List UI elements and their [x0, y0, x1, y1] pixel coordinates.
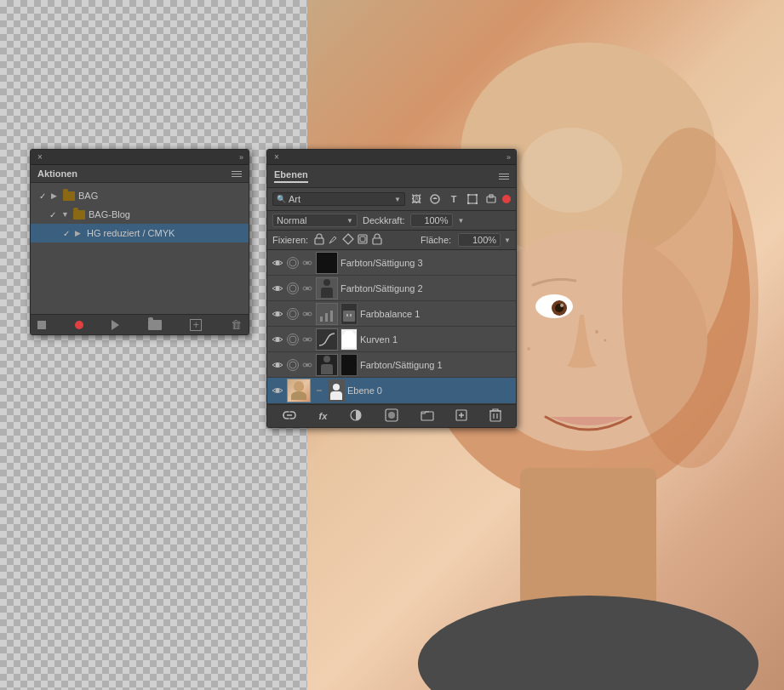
fix-position-btn[interactable] [342, 233, 354, 247]
eb-bottom-delete-btn[interactable] [489, 408, 501, 424]
eb-bottom-new-layer-btn[interactable] [455, 409, 467, 423]
fix-brush-btn[interactable] [328, 233, 340, 247]
aktionen-item-hg[interactable]: ✓ ▶ HG reduziert / CMYK [31, 224, 249, 242]
svg-point-15 [622, 128, 758, 468]
svg-point-51 [276, 362, 280, 367]
ebenen-search-box[interactable]: 🔍 Art ▼ [272, 192, 405, 206]
eye-farbton1[interactable] [271, 358, 284, 372]
fix-transparent-btn[interactable] [313, 233, 325, 247]
eb-layer-farbton3[interactable]: Farbton/Sättigung 3 [267, 250, 516, 276]
svg-point-34 [289, 285, 296, 292]
eb-layer-farbbalance[interactable]: Farbbalance 1 [267, 301, 516, 327]
link-farbbalance[interactable] [301, 308, 313, 320]
thumb-ebene0 [287, 379, 311, 402]
svg-rect-17 [468, 195, 477, 203]
aktionen-item-bagblog[interactable]: ✓ ▼ BAG-Blog [31, 205, 249, 224]
link-kurven[interactable] [301, 334, 313, 345]
eb-bottom-mask-btn[interactable] [385, 408, 398, 424]
ebenen-menu[interactable] [499, 174, 509, 180]
eye-farbton2[interactable] [271, 282, 284, 295]
aktionen-stop-btn[interactable] [37, 321, 46, 329]
eb-bottom-adjustment-btn[interactable] [349, 408, 363, 424]
link-farbton2[interactable] [301, 282, 313, 294]
eye-farbbalance[interactable] [271, 307, 284, 321]
eb-icon-text[interactable]: T [446, 191, 461, 207]
aktionen-collapse-btn[interactable]: » [239, 153, 243, 162]
deckkraft-input[interactable]: 100% [410, 214, 453, 227]
svg-rect-46 [350, 314, 352, 316]
eb-layer-ebene0[interactable]: Ebene 0 [267, 378, 516, 404]
aktionen-title: Aktionen [37, 168, 77, 179]
blend-mode-select[interactable]: Normal ▼ [272, 214, 358, 227]
aktionen-menu[interactable] [232, 171, 242, 177]
ebene0-name: Ebene 0 [347, 385, 512, 396]
eb-bottom-group-btn[interactable] [421, 409, 434, 423]
eb-layer-kurven[interactable]: Kurven 1 [267, 327, 516, 352]
aktionen-close-btn[interactable]: × [36, 152, 44, 162]
aktionen-add-btn[interactable]: + [190, 319, 202, 331]
aktionen-delete-btn[interactable]: 🗑 [231, 318, 242, 331]
aktionen-record-btn[interactable] [75, 321, 83, 329]
svg-point-48 [289, 336, 296, 343]
thumb-farbton3 [316, 252, 338, 274]
ebenen-close-btn[interactable]: × [272, 152, 281, 162]
svg-point-11 [595, 330, 598, 334]
svg-rect-41 [320, 316, 323, 322]
thumb-farbton1 [316, 354, 338, 376]
svg-point-59 [388, 412, 395, 419]
svg-rect-24 [315, 238, 323, 244]
eb-bottom-link-btn[interactable] [282, 409, 297, 423]
eye-ebene0[interactable] [271, 384, 284, 397]
eb-bottom-fx-btn[interactable]: fx [319, 411, 328, 421]
circle-farbton2[interactable] [287, 282, 299, 294]
aktionen-item-bag[interactable]: ✓ ▶ BAG [31, 186, 249, 205]
ebenen-collapse-btn[interactable]: » [506, 153, 511, 162]
eye-farbton3[interactable] [271, 256, 284, 270]
aktionen-folder-btn[interactable] [148, 320, 162, 330]
eb-icon-circle[interactable] [427, 191, 443, 207]
folder-bag [63, 191, 75, 201]
check-bagblog: ✓ [48, 210, 58, 220]
svg-point-18 [467, 194, 470, 197]
svg-rect-27 [360, 237, 365, 242]
deckkraft-label: Deckkraft: [363, 215, 405, 225]
eb-icon-image[interactable]: 🖼 [409, 191, 424, 207]
svg-point-38 [289, 311, 296, 317]
eb-layer-farbton2[interactable]: Farbton/Sättigung 2 [267, 276, 516, 301]
arrow-bagblog: ▼ [61, 210, 70, 219]
svg-rect-28 [373, 238, 381, 244]
kurven-name: Kurven 1 [360, 334, 512, 345]
fix-icons-group [313, 233, 417, 247]
link-farbton3[interactable] [301, 257, 313, 269]
search-icon: 🔍 [277, 195, 286, 203]
fix-artboard-btn[interactable] [357, 233, 369, 247]
eye-kurven[interactable] [271, 333, 284, 346]
farbton3-name: Farbton/Sättigung 3 [340, 258, 512, 268]
circle-farbbalance[interactable] [287, 308, 299, 320]
check-hg: ✓ [61, 229, 72, 238]
link-ebene0[interactable] [313, 385, 325, 396]
flaeche-label: Fläche: [421, 235, 451, 245]
check-bag: ✓ [37, 191, 48, 201]
aktionen-play-btn[interactable] [112, 320, 119, 330]
svg-rect-42 [325, 313, 328, 322]
eb-layer-farbton1[interactable]: Farbton/Sättigung 1 [267, 352, 516, 378]
svg-rect-64 [490, 411, 501, 421]
aktionen-panel: × » Aktionen ✓ ▶ BAG ✓ ▼ BAG-Blog ✓ ▶ HG… [30, 149, 249, 335]
ebenen-tab[interactable]: Ebenen [274, 169, 308, 183]
link-farbton1[interactable] [301, 359, 313, 371]
fix-lock-btn[interactable] [371, 233, 383, 247]
ebenen-panel: × » Ebenen 🔍 Art ▼ 🖼 T Normal [266, 149, 517, 428]
aktionen-bottom-bar: + 🗑 [31, 314, 249, 334]
hg-label: HG reduziert / CMYK [87, 228, 242, 238]
ebenen-blend-row: Normal ▼ Deckkraft: 100% ▼ [267, 211, 516, 231]
bagblog-label: BAG-Blog [89, 209, 242, 220]
eb-icon-transform[interactable] [465, 191, 480, 207]
eb-icon-red-dot[interactable] [502, 195, 511, 203]
flaeche-input[interactable]: 100% [458, 233, 501, 247]
circle-farbton3[interactable] [287, 257, 299, 269]
circle-kurven[interactable] [287, 334, 299, 345]
svg-point-33 [276, 286, 280, 290]
circle-farbton1[interactable] [287, 359, 299, 371]
eb-icon-link2[interactable] [484, 191, 499, 207]
